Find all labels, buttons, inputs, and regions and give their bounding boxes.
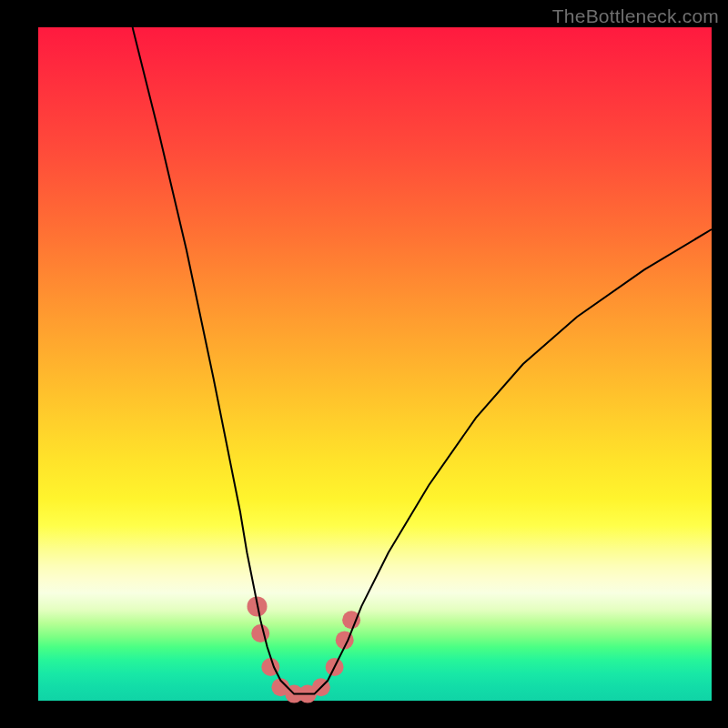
chart-frame: TheBottleneck.com bbox=[0, 0, 728, 728]
chart-marker bbox=[251, 624, 269, 642]
chart-svg bbox=[38, 27, 712, 701]
chart-line bbox=[133, 27, 712, 694]
watermark-text: TheBottleneck.com bbox=[552, 5, 719, 27]
